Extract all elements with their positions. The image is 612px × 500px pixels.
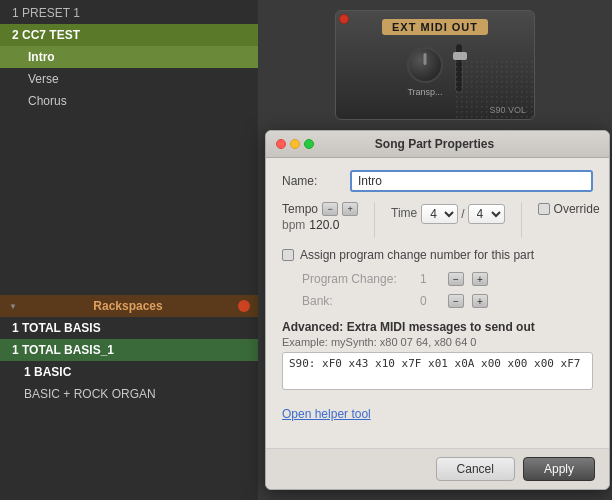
minimize-button[interactable] (290, 139, 300, 149)
left-panel: 1 PRESET 1 2 CC7 TEST Intro Verse Chorus… (0, 0, 258, 500)
rackspaces-indicator (238, 300, 250, 312)
time-slash: / (461, 207, 464, 221)
preset-item-1[interactable]: 1 PRESET 1 (0, 0, 258, 24)
program-change-row: Program Change: 1 − + (282, 272, 593, 286)
tempo-label: Tempo (282, 202, 318, 216)
bpm-value: 120.0 (309, 218, 349, 232)
rackspaces-label: Rackspaces (93, 299, 162, 313)
rack-item-basic-rock-organ[interactable]: BASIC + ROCK ORGAN (0, 383, 258, 405)
tempo-section: Tempo − + bpm 120.0 (282, 202, 358, 232)
preset-item-2[interactable]: 2 CC7 TEST (0, 24, 258, 46)
maximize-button[interactable] (304, 139, 314, 149)
bank-row: Bank: 0 − + (282, 294, 593, 308)
bank-minus-button[interactable]: − (448, 294, 464, 308)
assign-program-label: Assign program change number for this pa… (300, 248, 534, 262)
name-input[interactable] (350, 170, 593, 192)
rack-item-total-basis[interactable]: 1 TOTAL BASIS (0, 317, 258, 339)
assign-program-row: Assign program change number for this pa… (282, 246, 593, 264)
apply-button[interactable]: Apply (523, 457, 595, 481)
advanced-label: Advanced: Extra MIDI messages to send ou… (282, 320, 593, 334)
rack-item-total-basis-1[interactable]: 1 TOTAL BASIS_1 (0, 339, 258, 361)
device-close-button[interactable] (339, 14, 349, 24)
close-button[interactable] (276, 139, 286, 149)
dialog-titlebar: Song Part Properties (266, 131, 609, 158)
pc-plus-button[interactable]: + (472, 272, 488, 286)
device-area: EXT MIDI OUT Transp... S90 VOL (258, 0, 612, 130)
device-knob[interactable] (407, 47, 443, 83)
open-helper-link[interactable]: Open helper tool (282, 407, 593, 421)
name-row: Name: (282, 170, 593, 192)
device-vol-label: S90 VOL (489, 105, 526, 115)
program-change-label: Program Change: (302, 272, 412, 286)
override-section: Override (538, 202, 600, 216)
bank-label: Bank: (302, 294, 412, 308)
cancel-button[interactable]: Cancel (436, 457, 515, 481)
device-knob-label: Transp... (407, 87, 442, 97)
bpm-label: bpm (282, 218, 305, 232)
override-label: Override (554, 202, 600, 216)
tempo-plus-button[interactable]: + (342, 202, 358, 216)
dialog-body: Name: Tempo − + bpm 120.0 Time (266, 158, 609, 448)
bank-plus-button[interactable]: + (472, 294, 488, 308)
time-section: Time 436 / 48 (391, 202, 505, 224)
example-text: Example: mySynth: x80 07 64, x80 64 0 (282, 336, 593, 348)
advanced-section: Advanced: Extra MIDI messages to send ou… (282, 320, 593, 393)
synth-device: EXT MIDI OUT Transp... S90 VOL (335, 10, 535, 120)
rackspaces-header: ▼ Rackspaces (0, 295, 258, 317)
program-change-value: 1 (420, 272, 440, 286)
tempo-minus-button[interactable]: − (322, 202, 338, 216)
time-label: Time (391, 206, 417, 220)
rackspace-list: 1 TOTAL BASIS 1 TOTAL BASIS_1 1 BASIC BA… (0, 317, 258, 500)
preset-item-chorus[interactable]: Chorus (0, 90, 258, 112)
song-part-properties-dialog: Song Part Properties Name: Tempo − + bpm… (265, 130, 610, 490)
rack-item-basic[interactable]: 1 BASIC (0, 361, 258, 383)
dialog-footer: Cancel Apply (266, 448, 609, 489)
pc-minus-button[interactable]: − (448, 272, 464, 286)
preset-list: 1 PRESET 1 2 CC7 TEST Intro Verse Chorus (0, 0, 258, 112)
bank-value: 0 (420, 294, 440, 308)
preset-item-intro[interactable]: Intro (0, 46, 258, 68)
name-label: Name: (282, 174, 342, 188)
assign-program-checkbox[interactable] (282, 249, 294, 261)
override-checkbox[interactable] (538, 203, 550, 215)
preset-item-verse[interactable]: Verse (0, 68, 258, 90)
time-numerator-select[interactable]: 436 (421, 204, 458, 224)
midi-textarea[interactable]: S90: xF0 x43 x10 x7F x01 x0A x00 x00 x00… (282, 352, 593, 390)
traffic-lights (276, 139, 314, 149)
dialog-title: Song Part Properties (320, 137, 549, 151)
time-denominator-select[interactable]: 48 (468, 204, 505, 224)
device-label: EXT MIDI OUT (382, 19, 488, 35)
left-panel-expand-icon[interactable]: ▼ (8, 301, 18, 311)
